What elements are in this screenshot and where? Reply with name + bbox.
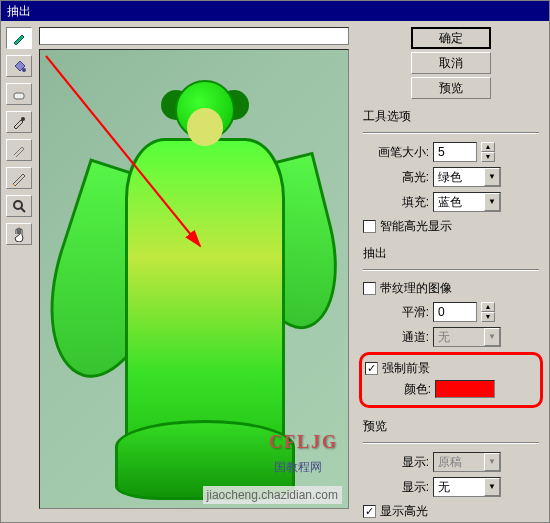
watermark-url: jiaocheng.chazidian.com bbox=[203, 486, 342, 504]
brush-size-row: 画笔大小: 5 ▲▼ bbox=[363, 141, 539, 163]
fill-row: 填充: 蓝色 ▼ bbox=[363, 191, 539, 213]
display-row: 显示: 无 ▼ bbox=[363, 476, 539, 498]
highlight-label: 高光: bbox=[363, 169, 429, 186]
divider bbox=[363, 132, 539, 134]
fill-tool[interactable] bbox=[6, 55, 32, 77]
show-value: 原稿 bbox=[438, 454, 462, 471]
eyedropper-icon bbox=[11, 114, 27, 130]
svg-point-3 bbox=[14, 201, 22, 209]
tool-column bbox=[1, 21, 37, 523]
annotation-highlight: ✓ 强制前景 颜色: bbox=[359, 352, 543, 408]
cleanup-icon bbox=[11, 142, 27, 158]
force-foreground-label: 强制前景 bbox=[382, 360, 430, 377]
highlight-row: 高光: 绿色 ▼ bbox=[363, 166, 539, 188]
watermark-logo-top: 国教程网 bbox=[274, 459, 322, 476]
touchup-icon bbox=[11, 170, 27, 186]
svg-point-0 bbox=[22, 68, 26, 72]
section-tool-options: 工具选项 bbox=[363, 108, 539, 125]
smart-highlight-checkbox[interactable]: 智能高光显示 bbox=[363, 216, 539, 236]
edge-highlighter-tool[interactable] bbox=[6, 27, 32, 49]
smooth-spinner[interactable]: ▲▼ bbox=[481, 302, 495, 322]
checkbox-icon: ✓ bbox=[363, 505, 376, 518]
color-row: 颜色: bbox=[365, 378, 534, 400]
preview-button[interactable]: 预览 bbox=[411, 77, 491, 99]
checkbox-icon: ✓ bbox=[365, 362, 378, 375]
smooth-row: 平滑: 0 ▲▼ bbox=[363, 301, 539, 323]
hand-tool[interactable] bbox=[6, 223, 32, 245]
brush-size-input[interactable]: 5 bbox=[433, 142, 477, 162]
textured-checkbox[interactable]: 带纹理的图像 bbox=[363, 278, 539, 298]
force-foreground-checkbox[interactable]: ✓ 强制前景 bbox=[365, 358, 534, 378]
fill-label: 填充: bbox=[363, 194, 429, 211]
svg-line-4 bbox=[21, 208, 25, 212]
options-panel: 确定 取消 预览 工具选项 画笔大小: 5 ▲▼ 高光: 绿色 ▼ 填充: 蓝 bbox=[357, 21, 549, 523]
canvas-area: CFLJG 国教程网 jiaocheng.chazidian.com bbox=[37, 21, 357, 523]
chevron-down-icon: ▼ bbox=[484, 168, 500, 186]
channel-row: 通道: 无 ▼ bbox=[363, 326, 539, 348]
chevron-down-icon: ▼ bbox=[484, 193, 500, 211]
cleanup-tool[interactable] bbox=[6, 139, 32, 161]
divider bbox=[363, 442, 539, 444]
chevron-down-icon: ▼ bbox=[484, 478, 500, 496]
titlebar: 抽出 bbox=[1, 1, 549, 21]
highlight-value: 绿色 bbox=[438, 169, 462, 186]
brush-size-label: 画笔大小: bbox=[363, 144, 429, 161]
channel-label: 通道: bbox=[363, 329, 429, 346]
show-combo: 原稿 ▼ bbox=[433, 452, 501, 472]
color-label: 颜色: bbox=[365, 381, 431, 398]
preview-canvas[interactable]: CFLJG 国教程网 jiaocheng.chazidian.com bbox=[39, 49, 349, 509]
watermark-cfljg: CFLJG bbox=[269, 432, 338, 453]
canvas-scroll-frame bbox=[39, 27, 349, 45]
highlight-combo[interactable]: 绿色 ▼ bbox=[433, 167, 501, 187]
smooth-label: 平滑: bbox=[363, 304, 429, 321]
chevron-down-icon: ▼ bbox=[484, 328, 500, 346]
eyedropper-tool[interactable] bbox=[6, 111, 32, 133]
smart-highlight-label: 智能高光显示 bbox=[380, 218, 452, 235]
svg-point-2 bbox=[21, 117, 25, 121]
cancel-button[interactable]: 取消 bbox=[411, 52, 491, 74]
display-combo[interactable]: 无 ▼ bbox=[433, 477, 501, 497]
show-highlight-checkbox[interactable]: ✓ 显示高光 bbox=[363, 501, 539, 521]
channel-value: 无 bbox=[438, 329, 450, 346]
eraser-icon bbox=[11, 86, 27, 102]
dialog-body: CFLJG 国教程网 jiaocheng.chazidian.com 确定 取消… bbox=[1, 21, 549, 523]
highlighter-icon bbox=[11, 30, 27, 46]
checkbox-icon bbox=[363, 220, 376, 233]
bucket-icon bbox=[11, 58, 27, 74]
show-row: 显示: 原稿 ▼ bbox=[363, 451, 539, 473]
section-extract: 抽出 bbox=[363, 245, 539, 262]
extract-dialog: 抽出 bbox=[0, 0, 550, 523]
show-highlight-label: 显示高光 bbox=[380, 503, 428, 520]
fill-combo[interactable]: 蓝色 ▼ bbox=[433, 192, 501, 212]
eraser-tool[interactable] bbox=[6, 83, 32, 105]
edge-touchup-tool[interactable] bbox=[6, 167, 32, 189]
ok-button[interactable]: 确定 bbox=[411, 27, 491, 49]
zoom-tool[interactable] bbox=[6, 195, 32, 217]
chevron-down-icon: ▼ bbox=[484, 453, 500, 471]
brush-size-spinner[interactable]: ▲▼ bbox=[481, 142, 495, 162]
section-preview: 预览 bbox=[363, 418, 539, 435]
display-label: 显示: bbox=[363, 479, 429, 496]
fill-value: 蓝色 bbox=[438, 194, 462, 211]
hand-icon bbox=[11, 226, 27, 242]
svg-rect-1 bbox=[14, 93, 24, 99]
color-swatch[interactable] bbox=[435, 380, 495, 398]
textured-label: 带纹理的图像 bbox=[380, 280, 452, 297]
magnifier-icon bbox=[11, 198, 27, 214]
show-label: 显示: bbox=[363, 454, 429, 471]
checkbox-icon bbox=[363, 282, 376, 295]
channel-combo: 无 ▼ bbox=[433, 327, 501, 347]
display-value: 无 bbox=[438, 479, 450, 496]
divider bbox=[363, 269, 539, 271]
smooth-input[interactable]: 0 bbox=[433, 302, 477, 322]
